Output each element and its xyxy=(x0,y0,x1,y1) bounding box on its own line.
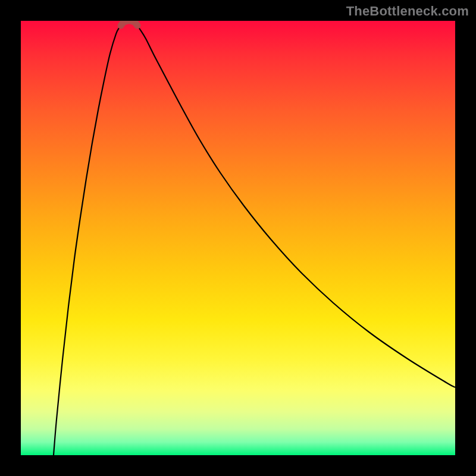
curve-right-branch xyxy=(137,26,455,387)
plot-area xyxy=(21,21,455,455)
chart-frame: TheBottleneck.com xyxy=(0,0,476,476)
curve-svg xyxy=(21,21,455,455)
curve-left-branch xyxy=(54,26,121,455)
watermark-text: TheBottleneck.com xyxy=(346,4,469,19)
minimum-marker xyxy=(121,21,137,26)
